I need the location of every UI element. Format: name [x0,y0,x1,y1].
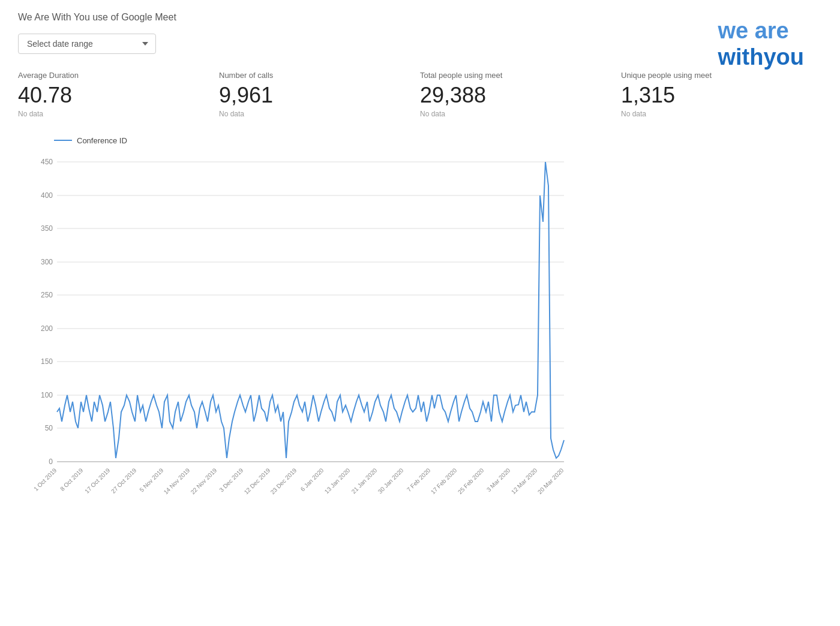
svg-text:14 Nov 2019: 14 Nov 2019 [163,467,191,495]
svg-text:8 Oct 2019: 8 Oct 2019 [59,467,85,492]
svg-text:100: 100 [41,391,53,399]
legend-line [54,140,72,141]
logo-line2: withyou [718,44,804,71]
svg-text:23 Dec 2019: 23 Dec 2019 [269,467,298,495]
metric-total-people: Total people using meet 29,388 No data [420,71,621,118]
metric-unique-people: Unique people using meet 1,315 No data [621,71,822,118]
svg-text:6 Jan 2020: 6 Jan 2020 [299,467,325,492]
svg-text:450: 450 [41,158,53,166]
svg-text:200: 200 [41,324,53,333]
chart-section: Conference ID 0 50 100 [24,136,822,522]
date-range-select[interactable]: Select date rangeLast 7 daysLast 30 days… [18,34,156,54]
chart-svg: 0 50 100 150 200 250 300 [24,150,576,522]
svg-text:22 Nov 2019: 22 Nov 2019 [190,467,218,495]
svg-text:350: 350 [41,224,53,233]
svg-text:17 Feb 2020: 17 Feb 2020 [430,467,458,495]
svg-text:30 Jan 2020: 30 Jan 2020 [377,467,405,495]
svg-text:1 Oct 2019: 1 Oct 2019 [32,467,58,492]
metric-value-0: 40.78 [18,83,207,107]
metric-average-duration: Average Duration 40.78 No data [18,71,219,118]
svg-text:5 Nov 2019: 5 Nov 2019 [138,467,164,493]
svg-text:12 Dec 2019: 12 Dec 2019 [243,467,272,495]
svg-text:12 Mar 2020: 12 Mar 2020 [510,467,539,495]
svg-text:150: 150 [41,357,53,366]
chart-container: 0 50 100 150 200 250 300 [24,150,576,522]
metric-label-0: Average Duration [18,71,207,80]
metric-number-calls: Number of calls 9,961 No data [219,71,420,118]
metric-value-2: 29,388 [420,83,609,107]
page-title: We Are With You use of Google Meet [18,12,822,23]
metric-sub-1: No data [219,110,408,118]
date-select-container: Select date rangeLast 7 daysLast 30 days… [18,34,822,54]
svg-text:250: 250 [41,291,53,299]
svg-text:3 Dec 2019: 3 Dec 2019 [218,467,244,493]
metric-sub-0: No data [18,110,207,118]
metric-value-1: 9,961 [219,83,408,107]
svg-text:20 Mar 2020: 20 Mar 2020 [536,467,565,495]
chart-legend: Conference ID [54,136,822,145]
svg-text:7 Feb 2020: 7 Feb 2020 [406,467,432,493]
svg-text:0: 0 [49,458,53,466]
svg-text:13 Jan 2020: 13 Jan 2020 [323,467,352,495]
metric-sub-2: No data [420,110,609,118]
logo-line1: we are [718,18,804,44]
metric-label-3: Unique people using meet [621,71,810,80]
page-wrapper: we are withyou We Are With You use of Go… [0,0,840,534]
logo-container: we are withyou [718,18,804,70]
metric-label-2: Total people using meet [420,71,609,80]
svg-text:300: 300 [41,258,53,266]
svg-text:3 Mar 2020: 3 Mar 2020 [485,467,512,493]
svg-text:21 Jan 2020: 21 Jan 2020 [350,467,379,495]
legend-label: Conference ID [77,136,127,145]
svg-text:27 Oct 2019: 27 Oct 2019 [110,467,138,495]
metric-value-3: 1,315 [621,83,810,107]
svg-text:50: 50 [45,424,53,432]
svg-text:17 Oct 2019: 17 Oct 2019 [83,467,112,495]
metric-sub-3: No data [621,110,810,118]
svg-text:400: 400 [41,191,53,200]
metrics-row: Average Duration 40.78 No data Number of… [18,71,822,118]
svg-text:25 Feb 2020: 25 Feb 2020 [457,467,485,495]
metric-label-1: Number of calls [219,71,408,80]
